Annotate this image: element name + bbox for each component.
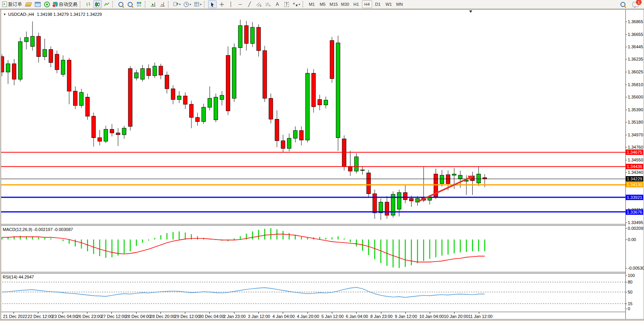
time-axis-label: 28 Dec 20:00 [150, 314, 175, 319]
time-axis-tick [332, 312, 332, 314]
time-axis-label: 6 Jan 04:00 [346, 314, 368, 319]
axis-tick [625, 292, 627, 292]
axis-tick [625, 122, 627, 122]
bar-chart-button[interactable] [84, 0, 92, 8]
add-indicator-button[interactable]: ▾ [172, 0, 182, 8]
time-axis-label: 9 Jan 12:00 [395, 314, 417, 319]
timeframe-m15-button[interactable]: M15 [328, 0, 339, 8]
timeframe-h4-button[interactable]: H4 [362, 0, 372, 8]
price-axis-label: 1.35810 [628, 82, 643, 87]
macd-indicator-label: MACD(12,26,9) -0.002197 -0.003087 [3, 227, 73, 232]
chart-shift-button[interactable] [158, 0, 167, 8]
chart-ohlc-values: 1.34198 1.34279 1.34172 1.34229 [37, 12, 102, 17]
auto-scroll-button[interactable] [149, 0, 157, 8]
window-border [0, 319, 644, 321]
time-axis-label: 29 Dec 12:00 [174, 314, 200, 319]
arrows-tool-button[interactable]: ▾ [292, 0, 301, 8]
text-icon: A [276, 2, 279, 7]
time-axis-tick [136, 312, 137, 314]
time-axis-label: 3 Jan 12:00 [248, 314, 270, 319]
timeframe-m1-button[interactable]: M1 [307, 0, 317, 8]
search-button[interactable] [618, 0, 627, 8]
data-window-button[interactable] [33, 0, 42, 8]
templates-button[interactable]: ▾ [193, 0, 203, 8]
main-price-pane[interactable] [0, 10, 625, 224]
price-axis-label: 1.36025 [628, 70, 643, 74]
time-axis[interactable]: 21 Dec 202222 Dec 12:0023 Dec 04:0026 De… [0, 312, 643, 319]
axis-tick [625, 110, 627, 110]
periods-button[interactable]: ▾ [183, 0, 192, 8]
time-axis-tick [185, 312, 185, 314]
rsi-pane[interactable] [0, 273, 625, 312]
chart-shift-marker[interactable] [469, 10, 472, 13]
time-axis-tick [430, 312, 430, 314]
axis-tick [625, 282, 627, 282]
axis-tick [625, 228, 627, 229]
chart-shift-icon [159, 2, 166, 7]
time-axis-label: 30 Dec 04:00 [199, 314, 224, 319]
time-axis-label: 2 Jan 23:00 [224, 314, 246, 319]
horizontal-line-tool-button[interactable]: ─ [236, 0, 244, 8]
chart-symbol-period: USDCAD-,H4 [8, 12, 34, 17]
time-axis-label: 10 Jan 20:00 [444, 314, 468, 319]
text-tool-button[interactable]: A [273, 0, 282, 8]
rsi-axis-label: 50 [628, 290, 632, 294]
macd-signal-line [2, 234, 485, 262]
axis-tick [625, 85, 627, 85]
main-toolbar: 新订单 自动交易 ▾ ▾ ▾ │ ─ ╱ [0, 0, 644, 9]
timeframe-w1-button[interactable]: W1 [384, 0, 394, 8]
auto-scroll-icon [150, 2, 156, 7]
price-level-badge: 1.33676 [626, 209, 643, 215]
equidistant-channel-icon: E [256, 2, 262, 7]
price-axis-label: 1.35390 [628, 107, 643, 112]
channel-tool-button[interactable]: E [255, 0, 263, 8]
zoom-in-button[interactable] [116, 0, 125, 8]
chart-dropdown-icon[interactable]: ▼ [3, 13, 6, 16]
macd-axis-label: 0.00 [628, 237, 636, 242]
market-watch-button[interactable] [24, 0, 32, 8]
trendline-tool-button[interactable]: ╱ [245, 0, 254, 8]
tile-windows-button[interactable] [135, 0, 143, 8]
vertical-line-icon: │ [229, 2, 232, 7]
timeframe-d1-button[interactable]: D1 [373, 0, 383, 8]
label-tool-button[interactable]: T [282, 0, 291, 8]
zoom-out-button[interactable] [126, 0, 134, 8]
time-axis-label: 11 Jan 12:00 [468, 314, 493, 319]
autotrading-label: 自动交易 [59, 1, 77, 8]
axis-tick [625, 275, 627, 276]
axis-tick [625, 59, 627, 59]
time-axis-tick [454, 312, 454, 314]
price-axis-label: 1.34760 [628, 145, 643, 149]
time-axis-tick [209, 312, 210, 314]
window-icon [35, 2, 41, 7]
price-level-badge: 1.34675 [626, 149, 643, 155]
zoom-in-icon [118, 2, 123, 7]
crosshair-tool-button[interactable] [217, 0, 226, 8]
timeframe-m30-button[interactable]: M30 [340, 0, 350, 8]
notifications-button[interactable]: 1 [631, 0, 640, 8]
line-chart-button[interactable] [102, 0, 111, 8]
timeframe-mn-button[interactable]: MN [395, 0, 405, 8]
price-level-badge: 1.34229 [626, 176, 643, 182]
time-axis-tick [307, 312, 308, 314]
autotrading-button[interactable]: 自动交易 [52, 0, 79, 8]
new-order-button[interactable]: 新订单 [1, 0, 23, 8]
macd-pane[interactable] [0, 226, 625, 272]
candlestick-chart-button[interactable] [93, 0, 102, 8]
price-axis-label: 1.34970 [628, 132, 643, 137]
time-axis-label: 28 Dec 04:00 [126, 314, 151, 319]
new-order-icon [2, 2, 7, 7]
timeframe-h1-button[interactable]: H1 [351, 0, 361, 8]
cursor-tool-button[interactable] [208, 0, 217, 8]
fibonacci-tool-button[interactable]: F [264, 0, 272, 8]
new-order-label: 新订单 [8, 1, 22, 8]
signals-button[interactable] [43, 0, 51, 8]
time-axis-tick [283, 312, 283, 314]
timeframe-m5-button[interactable]: M5 [318, 0, 328, 8]
fibonacci-icon: F [265, 2, 271, 7]
time-axis-tick [381, 312, 381, 314]
autotrading-icon [53, 2, 58, 7]
toolbar-separator [80, 1, 82, 7]
time-axis-tick [258, 312, 259, 314]
vertical-line-tool-button[interactable]: │ [227, 0, 235, 8]
